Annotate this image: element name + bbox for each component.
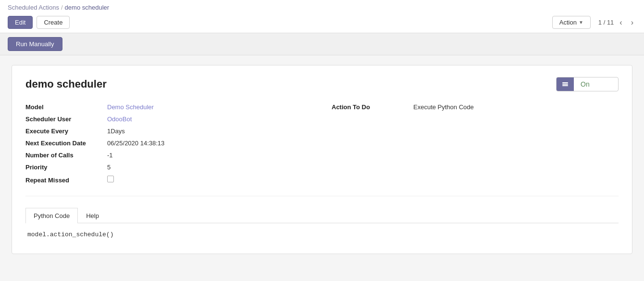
repeat-missed-label: Repeat Missed xyxy=(25,177,107,184)
action-to-do-field-row: Action To Do Execute Python Code xyxy=(332,101,619,113)
divider xyxy=(25,196,619,196)
tab-help-label: Help xyxy=(86,212,99,219)
scheduler-user-field-row: Scheduler User OdooBot xyxy=(25,113,312,125)
tab-help[interactable]: Help xyxy=(78,208,107,223)
tabs-row: Python Code Help xyxy=(25,208,619,223)
main-content: demo scheduler On Model Demo Scheduler xyxy=(0,55,644,264)
toolbar-row: Run Manually xyxy=(0,33,644,55)
svg-rect-1 xyxy=(562,84,568,85)
pagination-next-button[interactable]: › xyxy=(628,17,636,28)
execute-every-field-row: Execute Every 1Days xyxy=(25,125,312,137)
action-to-do-label: Action To Do xyxy=(332,103,413,111)
repeat-missed-checkbox[interactable] xyxy=(107,176,114,182)
priority-value: 5 xyxy=(107,164,111,171)
execute-every-label: Execute Every xyxy=(25,128,107,135)
number-of-calls-field-row: Number of Calls -1 xyxy=(25,149,312,161)
pagination-prev-button[interactable]: ‹ xyxy=(617,17,625,28)
svg-rect-0 xyxy=(562,82,568,83)
pagination-display: 1 / 11 xyxy=(598,19,614,26)
pagination: 1 / 11 ‹ › xyxy=(598,17,636,28)
next-execution-value: 06/25/2020 14:38:13 xyxy=(107,140,164,147)
next-execution-field-row: Next Execution Date 06/25/2020 14:38:13 xyxy=(25,137,312,149)
left-fields: Model Demo Scheduler Scheduler User Odoo… xyxy=(25,101,312,186)
breadcrumb-parent-link[interactable]: Scheduled Actions xyxy=(8,4,59,11)
actions-row: Edit Create Action ▼ 1 / 11 ‹ › xyxy=(8,13,636,33)
next-execution-label: Next Execution Date xyxy=(25,140,107,147)
tab-python-code[interactable]: Python Code xyxy=(25,208,78,223)
action-button-label: Action xyxy=(559,19,577,26)
run-manually-button[interactable]: Run Manually xyxy=(8,37,62,51)
toggle-status-label: On xyxy=(574,77,596,91)
priority-field-row: Priority 5 xyxy=(25,161,312,173)
tab-python-code-label: Python Code xyxy=(34,212,70,219)
record-card: demo scheduler On Model Demo Scheduler xyxy=(12,65,632,254)
record-title-row: demo scheduler On xyxy=(25,77,619,91)
breadcrumb-current: demo scheduler xyxy=(65,4,110,11)
scheduler-user-label: Scheduler User xyxy=(25,115,107,123)
repeat-missed-field-row: Repeat Missed xyxy=(25,173,312,186)
priority-label: Priority xyxy=(25,164,107,171)
create-button[interactable]: Create xyxy=(37,16,70,29)
right-fields: Action To Do Execute Python Code xyxy=(332,101,619,186)
number-of-calls-label: Number of Calls xyxy=(25,152,107,159)
tab-content-python-code: model.action_schedule() xyxy=(25,223,619,240)
breadcrumb: Scheduled Actions / demo scheduler xyxy=(8,0,636,13)
edit-button[interactable]: Edit xyxy=(8,16,33,29)
python-code-block: model.action_schedule() xyxy=(27,231,617,238)
model-field-row: Model Demo Scheduler xyxy=(25,101,312,113)
model-value[interactable]: Demo Scheduler xyxy=(107,103,154,111)
action-dropdown-arrow: ▼ xyxy=(579,20,583,25)
top-bar: Scheduled Actions / demo scheduler Edit … xyxy=(0,0,644,33)
execute-every-value: 1Days xyxy=(107,128,125,135)
breadcrumb-separator: / xyxy=(61,4,63,11)
fields-grid: Model Demo Scheduler Scheduler User Odoo… xyxy=(25,101,619,188)
model-label: Model xyxy=(25,103,107,111)
toggle-widget[interactable]: On xyxy=(556,77,619,91)
record-title: demo scheduler xyxy=(25,78,107,90)
scheduler-user-value[interactable]: OdooBot xyxy=(107,115,132,123)
svg-rect-2 xyxy=(562,85,568,86)
number-of-calls-value: -1 xyxy=(107,152,113,159)
toggle-icon xyxy=(557,77,574,91)
action-to-do-value: Execute Python Code xyxy=(413,103,474,111)
action-button[interactable]: Action ▼ xyxy=(552,16,591,29)
